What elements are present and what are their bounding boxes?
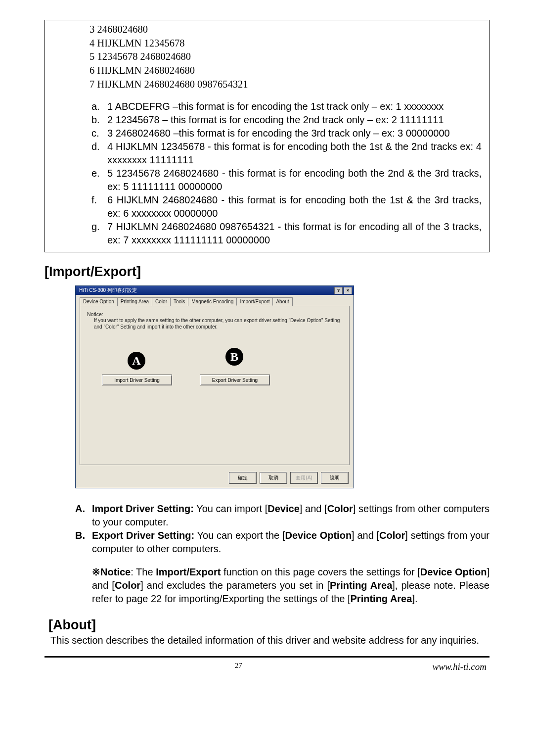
- format-examples: 3 2468024680 4 HIJKLMN 12345678 5 123456…: [89, 23, 482, 91]
- tab-import-export[interactable]: Import/Export: [236, 297, 273, 306]
- page-container: 3 2468024680 4 HIJKLMN 12345678 5 123456…: [0, 0, 534, 692]
- list-text: 2 12345678 – this format is for encoding…: [107, 113, 482, 127]
- desc-b: Export Driver Setting: You can export th…: [92, 529, 490, 556]
- dialog-buttons: 確定 取消 套用(A) 說明: [76, 469, 354, 488]
- description-list: A. Import Driver Setting: You can import…: [75, 502, 490, 556]
- tab-tools[interactable]: Tools: [170, 297, 188, 306]
- tab-magnetic-encoding[interactable]: Magnetic Encoding: [188, 297, 237, 306]
- list-marker: f.: [89, 193, 107, 220]
- list-text: 4 HIJKLMN 12345678 - this format is for …: [107, 140, 482, 167]
- format-line: 3 2468024680: [89, 23, 482, 37]
- format-explain-list: a.1 ABCDEFRG –this format is for encodin…: [89, 100, 482, 247]
- list-marker: g.: [89, 220, 107, 247]
- list-text: 1 ABCDEFRG –this format is for encoding …: [107, 100, 482, 113]
- list-marker: e.: [89, 167, 107, 193]
- list-text: 3 2468024680 –this format is for encodin…: [107, 127, 482, 140]
- format-line: 6 HIJKLMN 2468024680: [89, 64, 482, 78]
- titlebar[interactable]: HiTi CS-300 列印喜好設定 ? ×: [76, 286, 354, 295]
- desc-marker: B.: [75, 529, 92, 556]
- list-text: 7 HIJKLMN 2468024680 0987654321 - this f…: [107, 220, 482, 247]
- list-marker: b.: [89, 113, 107, 127]
- close-icon[interactable]: ×: [344, 287, 352, 294]
- tab-panel: Notice: If you want to apply the same se…: [80, 306, 350, 465]
- page-footer: 27 www.hi-ti.com: [44, 662, 490, 672]
- notice-paragraph: ※Notice: The Import/Export function on t…: [92, 566, 490, 606]
- desc-marker: A.: [75, 502, 92, 529]
- list-marker: d.: [89, 140, 107, 167]
- tab-printing-area[interactable]: Printing Area: [117, 297, 152, 306]
- desc-a: Import Driver Setting: You can import [D…: [92, 502, 490, 529]
- tab-bar: Device Option Printing Area Color Tools …: [76, 295, 354, 306]
- export-driver-setting-button[interactable]: Export Driver Setting: [200, 375, 270, 385]
- help-button[interactable]: 說明: [321, 472, 349, 484]
- list-text: 5 12345678 2468024680 - this format is f…: [107, 167, 482, 193]
- notice-label: Notice:: [87, 311, 342, 317]
- help-icon[interactable]: ?: [334, 287, 343, 294]
- list-text: 6 HIJKLMN 2468024680 - this format is fo…: [107, 193, 482, 220]
- section-heading-import-export: [Import/Export]: [44, 264, 490, 280]
- notice-text: If you want to apply the same setting to…: [87, 317, 342, 330]
- window-title: HiTi CS-300 列印喜好設定: [77, 287, 333, 294]
- tab-about[interactable]: About: [272, 297, 292, 306]
- ok-button[interactable]: 確定: [229, 472, 257, 484]
- list-marker: a.: [89, 100, 107, 113]
- apply-button[interactable]: 套用(A): [290, 472, 318, 484]
- tab-device-option[interactable]: Device Option: [80, 297, 118, 306]
- section-heading-about: [About]: [48, 617, 490, 633]
- about-intro: This section describes the detailed info…: [50, 634, 490, 647]
- badge-a: A: [128, 352, 145, 370]
- page-number: 27: [44, 662, 433, 672]
- cancel-button[interactable]: 取消: [260, 472, 287, 484]
- import-driver-setting-button[interactable]: Import Driver Setting: [102, 375, 172, 385]
- format-line: 4 HIJKLMN 12345678: [89, 37, 482, 50]
- tab-color[interactable]: Color: [152, 297, 171, 306]
- format-line: 7 HIJKLMN 2468024680 0987654321: [89, 78, 482, 92]
- list-marker: c.: [89, 127, 107, 140]
- footer-url: www.hi-ti.com: [433, 662, 490, 672]
- dialog-window: HiTi CS-300 列印喜好設定 ? × Device Option Pri…: [75, 285, 354, 488]
- badge-b: B: [225, 348, 243, 366]
- divider: [44, 656, 490, 658]
- formats-box: 3 2468024680 4 HIJKLMN 12345678 5 123456…: [44, 20, 490, 252]
- format-line: 5 12345678 2468024680: [89, 50, 482, 64]
